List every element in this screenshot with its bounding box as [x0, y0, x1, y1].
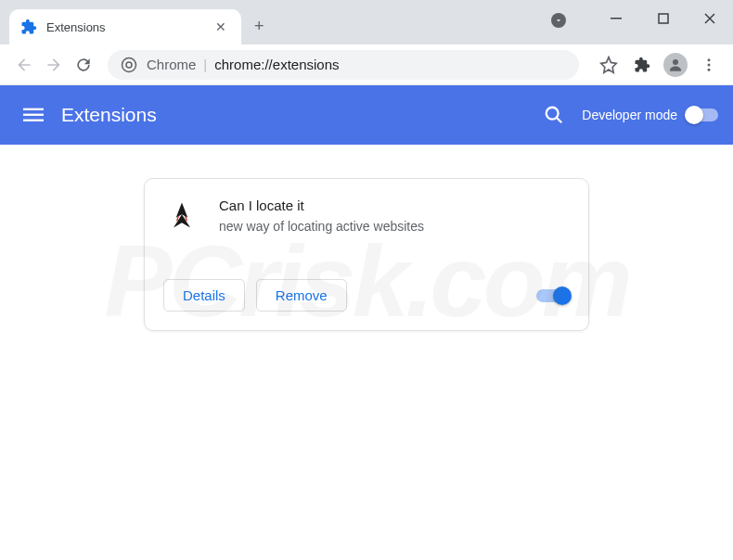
page-header: Extensions Developer mode	[0, 85, 733, 145]
svg-line-12	[557, 118, 562, 123]
developer-mode-label: Developer mode	[582, 108, 677, 122]
back-button[interactable]	[9, 50, 39, 80]
puzzle-icon	[20, 19, 37, 35]
omnibox-prefix: Chrome	[147, 57, 196, 72]
chrome-icon	[121, 57, 137, 73]
menu-hamburger-icon[interactable]	[15, 96, 52, 134]
svg-point-5	[708, 58, 711, 61]
toggle-knob	[685, 106, 703, 124]
svg-rect-9	[23, 114, 44, 116]
page-title: Extensions	[61, 104, 157, 126]
extension-enable-toggle[interactable]	[536, 289, 570, 302]
svg-point-11	[547, 108, 559, 120]
forward-button[interactable]	[39, 50, 69, 80]
switch-knob	[553, 286, 572, 305]
tab-media-icon[interactable]	[551, 13, 566, 28]
svg-rect-0	[611, 18, 622, 19]
omnibox-separator: |	[203, 57, 207, 72]
svg-rect-8	[23, 108, 44, 110]
minimize-button[interactable]	[594, 0, 640, 37]
content-area: Can I locate it new way of locating acti…	[0, 145, 733, 364]
remove-button[interactable]: Remove	[256, 279, 347, 312]
tab-title: Extensions	[46, 20, 204, 34]
svg-rect-1	[659, 14, 668, 23]
window-controls	[594, 0, 733, 37]
browser-tab[interactable]: Extensions ✕	[9, 9, 241, 45]
extension-logo-icon	[163, 197, 200, 235]
toolbar-icons	[594, 50, 724, 80]
profile-avatar[interactable]	[661, 50, 690, 80]
close-window-button[interactable]	[687, 0, 733, 37]
details-button[interactable]: Details	[163, 279, 245, 312]
extensions-puzzle-icon[interactable]	[627, 50, 657, 80]
svg-point-3	[126, 62, 132, 68]
bookmark-star-icon[interactable]	[594, 50, 624, 80]
reload-button[interactable]	[69, 50, 98, 80]
svg-rect-10	[23, 120, 44, 121]
svg-point-4	[673, 59, 678, 65]
svg-point-7	[708, 68, 711, 70]
extension-name: Can I locate it	[219, 197, 424, 213]
svg-point-2	[122, 57, 136, 71]
maximize-button[interactable]	[640, 0, 687, 37]
search-icon[interactable]	[535, 96, 572, 134]
menu-dots-icon[interactable]	[694, 50, 724, 80]
svg-point-6	[708, 63, 711, 66]
omnibox-url: chrome://extensions	[214, 57, 339, 72]
address-bar: Chrome | chrome://extensions	[0, 45, 733, 85]
close-tab-icon[interactable]: ✕	[212, 18, 230, 36]
developer-mode-toggle[interactable]	[687, 108, 718, 121]
extension-card: Can I locate it new way of locating acti…	[144, 178, 589, 331]
new-tab-button[interactable]: +	[254, 17, 264, 36]
omnibox[interactable]: Chrome | chrome://extensions	[108, 50, 579, 80]
window-titlebar: Extensions ✕ +	[0, 0, 733, 45]
extension-description: new way of locating active websites	[219, 219, 424, 234]
avatar-icon	[663, 53, 688, 77]
